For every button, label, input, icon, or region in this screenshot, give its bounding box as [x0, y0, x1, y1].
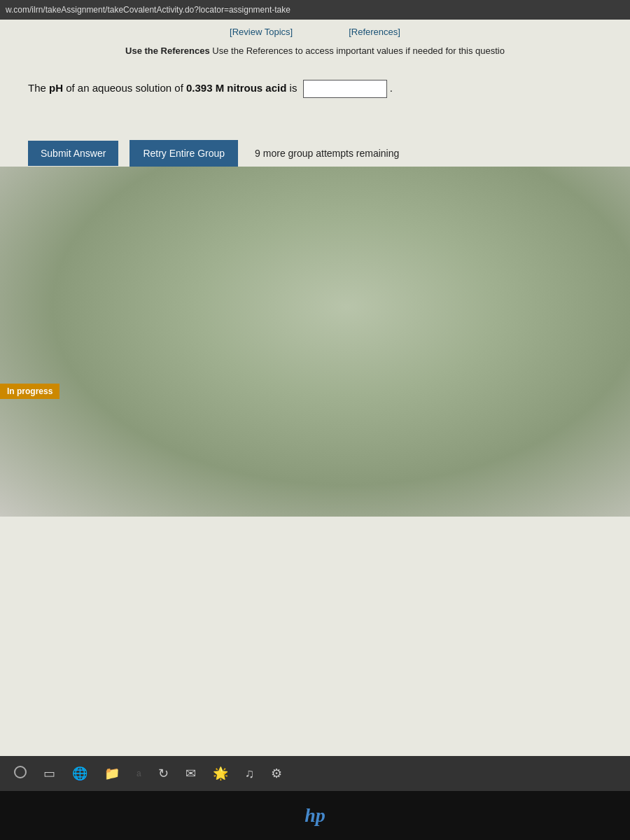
content-filler	[0, 167, 630, 517]
settings-icon[interactable]: ⚙	[271, 766, 282, 781]
concentration-label: 0.393 M	[186, 82, 224, 94]
taskbar: ▭ 🌐 📁 a ↻ ✉ 🌟 ♫ ⚙ hp	[0, 756, 630, 840]
page-content: [Review Topics] [References] Use the Ref…	[0, 20, 630, 756]
question-text: The pH of an aqueous solution of 0.393 M…	[28, 80, 602, 98]
period: .	[390, 82, 393, 94]
ph-label: pH	[49, 82, 63, 94]
folder-icon[interactable]: 📁	[104, 766, 120, 781]
answer-input[interactable]	[303, 80, 387, 98]
refresh-icon[interactable]: ↻	[158, 766, 169, 781]
browser-icon[interactable]: 🌐	[72, 766, 88, 781]
reference-note: Use the References Use the References to…	[0, 41, 630, 66]
start-button-icon[interactable]	[14, 766, 27, 782]
taskbar-top: ▭ 🌐 📁 a ↻ ✉ 🌟 ♫ ⚙	[0, 756, 630, 791]
question-area: The pH of an aqueous solution of 0.393 M…	[0, 66, 630, 133]
url-text: w.com/ilrn/takeAssignment/takeCovalentAc…	[6, 5, 290, 15]
edge-icon[interactable]: 🌟	[213, 766, 228, 781]
review-topics-link[interactable]: [Review Topics]	[230, 27, 293, 37]
acid-label: nitrous acid	[224, 82, 286, 94]
task-view-icon[interactable]: ▭	[43, 766, 55, 781]
taskbar-separator: a	[136, 769, 141, 778]
buttons-row: Submit Answer Retry Entire Group 9 more …	[0, 140, 630, 167]
mail-icon[interactable]: ✉	[186, 766, 196, 781]
retry-entire-group-button[interactable]: Retry Entire Group	[130, 140, 238, 167]
taskbar-icons: ▭ 🌐 📁 a ↻ ✉ 🌟 ♫ ⚙	[14, 766, 282, 782]
in-progress-badge: In progress	[0, 384, 59, 399]
attempts-remaining-text: 9 more group attempts remaining	[255, 148, 399, 159]
references-link[interactable]: [References]	[349, 27, 400, 37]
hp-logo: hp	[304, 804, 326, 827]
top-nav: [Review Topics] [References]	[0, 20, 630, 41]
music-icon[interactable]: ♫	[245, 766, 255, 781]
browser-address-bar: w.com/ilrn/takeAssignment/takeCovalentAc…	[0, 0, 630, 20]
taskbar-bottom: hp	[0, 791, 630, 840]
submit-answer-button[interactable]: Submit Answer	[28, 141, 118, 166]
